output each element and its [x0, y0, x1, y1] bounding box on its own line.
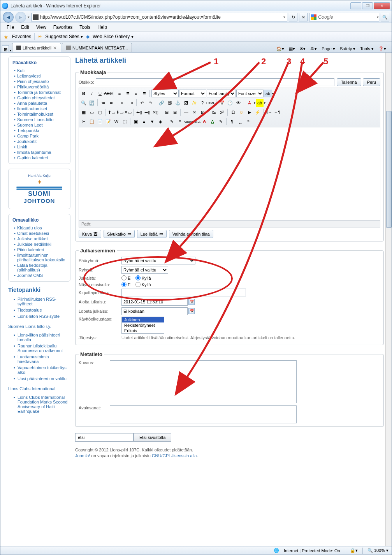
- star-icon[interactable]: ★: [4, 34, 9, 39]
- cleanup-icon[interactable]: ✨: [190, 99, 198, 107]
- sidebar-item[interactable]: Suomen Lions-liitto: [14, 117, 66, 122]
- access-option-special[interactable]: Erikois: [122, 328, 164, 333]
- bold-icon[interactable]: B: [80, 90, 88, 97]
- emoticon-icon[interactable]: ☺: [237, 108, 245, 116]
- search-box[interactable]: ▾: [309, 13, 379, 21]
- sidebar-item[interactable]: Camp Park: [14, 133, 66, 139]
- anchor-icon[interactable]: ⚓: [174, 99, 182, 107]
- start-date-input[interactable]: [121, 298, 188, 306]
- menu-help[interactable]: Help: [94, 24, 110, 31]
- indent-icon[interactable]: ⇥: [127, 99, 135, 107]
- styleprops-icon[interactable]: ✎: [168, 118, 176, 125]
- visualchars-icon[interactable]: ¶: [228, 118, 236, 125]
- nbsp-icon[interactable]: ␣: [236, 118, 244, 125]
- font-select[interactable]: Font family: [207, 90, 236, 97]
- tools-menu[interactable]: Tools ▾: [359, 46, 375, 52]
- hr-icon[interactable]: —: [182, 108, 190, 116]
- security-icon[interactable]: 🔒▾: [350, 548, 358, 553]
- tab-grid-icon[interactable]: ⊞: [2, 45, 9, 52]
- home-icon[interactable]: 🏠▾: [275, 46, 286, 52]
- pastetext-icon[interactable]: 📝: [104, 118, 112, 125]
- site-search-input[interactable]: [75, 433, 134, 442]
- help-icon[interactable]: ❓▾: [377, 46, 388, 52]
- help-icon[interactable]: ?: [199, 99, 206, 107]
- link-icon[interactable]: 🔗: [158, 99, 165, 107]
- sub-icon[interactable]: x₂: [210, 108, 218, 116]
- align-left-icon[interactable]: ≡: [116, 90, 123, 97]
- back-button[interactable]: ◄: [3, 12, 14, 23]
- access-option-registered[interactable]: Rekisteröityneet: [122, 322, 164, 328]
- pagebreak-button[interactable]: Sivukatko ▭: [104, 230, 135, 238]
- paste-icon[interactable]: 📄: [96, 118, 104, 125]
- menu-tools[interactable]: Tools: [76, 24, 93, 31]
- table-row-icon[interactable]: ▭: [88, 108, 96, 116]
- row-before-icon[interactable]: ⬆▭: [107, 108, 115, 116]
- lci-heading[interactable]: Lions Clubs International: [8, 386, 70, 391]
- media-icon[interactable]: ▶: [246, 108, 253, 116]
- time-icon[interactable]: 🕐: [226, 99, 234, 107]
- layer-icon[interactable]: ▣: [132, 118, 140, 125]
- selectall-icon[interactable]: ⬚: [121, 118, 128, 125]
- size-select[interactable]: Font size: [236, 90, 264, 97]
- charmap-icon[interactable]: Ω: [229, 108, 237, 116]
- forward-button[interactable]: ►: [15, 12, 26, 23]
- title-input[interactable]: [96, 78, 334, 86]
- sidebar-item[interactable]: Anna palautetta: [14, 100, 66, 106]
- sidebar-item[interactable]: Leijonaviesti: [14, 73, 66, 79]
- sidebar-item[interactable]: Piirin kalenteri: [14, 247, 66, 252]
- menu-favorites[interactable]: Favorites: [50, 24, 76, 31]
- col-before-icon[interactable]: ⬅▯: [135, 108, 143, 116]
- tab-close-icon[interactable]: ✕: [53, 45, 57, 51]
- sidebar-item[interactable]: Piirin ohjesääntö: [14, 79, 66, 84]
- gpl-link[interactable]: GNU/GPL-lisenssin alla: [152, 453, 197, 458]
- cut-icon[interactable]: ✂: [80, 118, 88, 125]
- sidebar-item[interactable]: Linkit: [14, 144, 66, 150]
- menu-file[interactable]: File: [4, 24, 17, 31]
- acronym-icon[interactable]: A.B.C.: [192, 118, 200, 125]
- unlink-icon[interactable]: ⛓: [166, 99, 174, 107]
- published-yes-radio[interactable]: [135, 275, 141, 280]
- sidebar-item[interactable]: Koti: [14, 68, 66, 73]
- menu-view[interactable]: View: [33, 24, 49, 31]
- toolbar-btn[interactable]: ab: [264, 90, 272, 97]
- search-input[interactable]: [318, 14, 377, 20]
- joomla-link[interactable]: Joomla!: [75, 453, 90, 458]
- maximize-button[interactable]: ❐: [362, 2, 373, 9]
- sidebar-item[interactable]: Suomen Leot: [14, 122, 66, 128]
- lions-liitto-heading[interactable]: Suomen Lions-liitto r.y.: [8, 324, 70, 329]
- ins-icon[interactable]: A: [209, 118, 216, 125]
- sidebar-item[interactable]: •Luottamustoimia haettavana: [14, 354, 70, 365]
- sidebar-item[interactable]: •Lions-liiton pääsihteeri lomalla: [14, 332, 70, 343]
- preview-icon[interactable]: 👁: [234, 99, 242, 107]
- zoom-label[interactable]: 🔍 100% ▾: [367, 548, 388, 553]
- attribs-icon[interactable]: ✎: [217, 118, 225, 125]
- alias-input[interactable]: [121, 289, 246, 296]
- format-select[interactable]: Format: [179, 90, 206, 97]
- sidebar-item[interactable]: Omat asetuksesi: [14, 231, 66, 236]
- row-after-icon[interactable]: ⬇▭: [116, 108, 123, 116]
- sidebar-item[interactable]: Joomla! CMS: [14, 273, 66, 278]
- save-button[interactable]: Tallenna: [337, 78, 361, 86]
- col-delete-icon[interactable]: ✕▯: [151, 108, 159, 116]
- html-icon[interactable]: HTML: [207, 99, 214, 107]
- remove-format-icon[interactable]: ✕: [190, 108, 198, 116]
- pasteword-icon[interactable]: W: [113, 118, 120, 125]
- styles-select[interactable]: Styles: [151, 90, 179, 97]
- sidebar-item[interactable]: •Vapaaehtoinen tukikeräys alkoi: [14, 365, 70, 375]
- abs-icon[interactable]: ◈: [156, 118, 164, 125]
- tab-active[interactable]: Lähetä artikkeli ✕: [12, 43, 61, 52]
- del-icon[interactable]: A: [200, 118, 208, 125]
- suggested-sites[interactable]: Suggested Sites ▾: [45, 34, 83, 39]
- minimize-button[interactable]: —: [350, 2, 361, 9]
- access-listbox[interactable]: Julkinen Rekisteröityneet Erikois: [121, 317, 164, 334]
- published-no-radio[interactable]: [121, 275, 127, 280]
- row-delete-icon[interactable]: ✕▭: [124, 108, 132, 116]
- forecolor-icon[interactable]: A: [246, 99, 253, 107]
- feeds-icon[interactable]: ▦▾: [287, 46, 297, 52]
- sidebar-item[interactable]: •Lions-liiton RSS-syöte: [14, 313, 70, 319]
- cite-icon[interactable]: ❝: [176, 118, 184, 125]
- cancel-button[interactable]: Peru: [363, 78, 380, 86]
- date-icon[interactable]: 📅: [218, 99, 226, 107]
- italic-icon[interactable]: I: [88, 90, 96, 97]
- access-option-public[interactable]: Julkinen: [122, 317, 164, 322]
